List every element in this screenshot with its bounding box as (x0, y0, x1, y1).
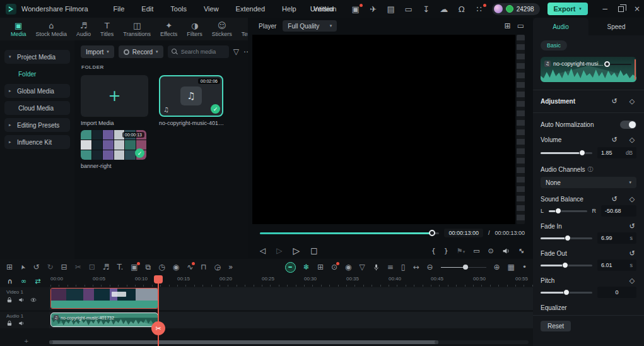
audio-clip[interactable]: ♫ no-copyright-music-401732 (50, 313, 158, 327)
sidebar-item-influence-kit[interactable]: ▸ Influence Kit (4, 135, 70, 149)
restore-button[interactable] (618, 6, 624, 12)
fade-in-slider[interactable] (541, 234, 592, 242)
fade-out-slider[interactable] (541, 261, 592, 269)
task-list-icon[interactable]: ▤ (386, 5, 396, 13)
previous-frame-button[interactable]: ◁ (260, 247, 266, 254)
menu-file[interactable]: File (114, 5, 125, 13)
music-clip-tile[interactable]: 00:02:06 ♫ ♫ ✓ (159, 75, 223, 117)
menu-extended[interactable]: Extended (236, 5, 265, 13)
avatar[interactable] (494, 4, 503, 13)
keyframe-volume-icon[interactable]: ◇ (628, 136, 636, 143)
gift-icon[interactable]: ▣ (351, 5, 361, 13)
touchbar-icon[interactable]: ▭ (404, 5, 414, 13)
volume-value-box[interactable]: 1.85 dB (597, 147, 636, 158)
reset-volume-icon[interactable]: ↺ (610, 136, 619, 143)
clip-fade-handle[interactable] (635, 59, 636, 80)
basic-filter-chip[interactable]: Basic (541, 40, 567, 51)
add-camera-icon[interactable]: ⊙ (331, 263, 337, 271)
add-clip-icon[interactable]: ⊞ (317, 263, 324, 271)
menu-version[interactable]: Version (313, 5, 337, 13)
reset-button[interactable]: Reset (541, 321, 571, 331)
play-preview-icon[interactable]: ◉ (345, 263, 351, 271)
color-tool-icon[interactable]: ◉ (173, 263, 179, 271)
promote-icon[interactable]: ✈ (368, 5, 378, 13)
tab-effects[interactable]: ✦ Effects (157, 20, 180, 39)
import-button[interactable]: Import ▾ (81, 45, 114, 58)
marker-flag-button[interactable]: ⚑▾ (457, 247, 465, 254)
tab-audio[interactable]: ♬ Audio (73, 20, 94, 39)
minimize-button[interactable]: − (602, 5, 608, 13)
audio-track-lane[interactable]: ♫ no-copyright-music-401732 (49, 312, 533, 328)
reset-fade-in-icon[interactable]: ↺ (628, 223, 636, 230)
fast-play-button[interactable]: ▷ (276, 247, 282, 254)
text-tool-icon[interactable]: T. (117, 263, 124, 271)
lock-track-icon[interactable] (6, 297, 13, 303)
filmstrip-scrollbar[interactable] (517, 35, 525, 224)
filter-icon[interactable]: ▽ (233, 48, 239, 56)
beat-detection-icon[interactable]: ♬ (103, 263, 110, 271)
mute-track-icon[interactable] (18, 297, 25, 303)
scopes-icon[interactable]: ▭ (517, 22, 524, 30)
shield-icon[interactable]: ▽ (359, 263, 365, 271)
fade-out-value-box[interactable]: 6.01 s (597, 260, 636, 271)
tab-stickers[interactable]: ☺ Stickers (209, 20, 235, 39)
cloud-upload-icon[interactable]: ☁ (439, 5, 449, 13)
tab-filters[interactable]: ◑ Filters (184, 20, 206, 39)
timeline-zoom-slider[interactable] (441, 264, 486, 270)
video-clip[interactable] (50, 288, 158, 309)
media-browser-icon[interactable]: ⊞ (6, 263, 13, 271)
pitch-slider[interactable] (541, 289, 592, 296)
audio-stretch-icon[interactable]: ∿ (187, 263, 193, 271)
ai-portrait-icon[interactable]: ❄ (303, 263, 310, 271)
quality-dropdown[interactable]: Full Quality ▾ (283, 20, 337, 32)
menu-edit[interactable]: Edit (141, 5, 153, 13)
keyframe-pitch-icon[interactable]: ◇ (628, 277, 636, 284)
subtitle-icon[interactable]: ≡ (387, 263, 394, 271)
lock-track-icon[interactable] (6, 320, 13, 326)
account-coins[interactable]: 24298 (492, 3, 540, 15)
sidebar-item-project-media[interactable]: ▾ Project Media (4, 50, 70, 64)
hide-track-icon[interactable] (30, 297, 37, 303)
playhead-line[interactable] (158, 275, 159, 346)
split-at-playhead-button[interactable]: ✂ (151, 321, 165, 335)
video-track-lane[interactable] (49, 287, 533, 310)
timeline-scrollbar-thumb[interactable] (49, 340, 438, 344)
fullscreen-button[interactable]: ↔ (517, 246, 525, 255)
multiview-icon[interactable]: ⊞ (505, 22, 511, 30)
crop-icon[interactable]: ⊡ (89, 263, 95, 271)
search-input[interactable] (181, 49, 225, 55)
save-icon[interactable]: ↧ (421, 5, 431, 13)
media-search[interactable] (168, 45, 229, 58)
device-preview-icon[interactable]: ▯ (401, 263, 406, 271)
tab-media[interactable]: ▣ Media (8, 20, 30, 39)
pitch-value-box[interactable]: 0 (597, 287, 636, 298)
speed-tool-icon[interactable]: ◷ (158, 263, 165, 271)
balance-slider[interactable] (549, 207, 587, 215)
import-media-tile[interactable]: + (81, 75, 148, 117)
support-icon[interactable]: Ω (457, 5, 467, 13)
seek-knob[interactable] (429, 230, 435, 236)
more-tools-icon[interactable]: » (228, 263, 233, 271)
banner-right-tile[interactable]: 00:00:13 ✓ (81, 130, 146, 160)
sidebar-item-editing-presets[interactable]: ▸ Editing Presets (4, 118, 70, 132)
preview-quality-icon[interactable] (285, 262, 296, 273)
reset-fade-out-icon[interactable]: ↺ (628, 250, 636, 257)
record-button[interactable]: Record ▾ (119, 45, 163, 58)
mark-out-button[interactable]: } (444, 248, 448, 254)
redo-icon[interactable]: ↻ (47, 263, 54, 271)
volume-slider[interactable] (541, 149, 592, 157)
add-marker-icon[interactable]: + (24, 338, 29, 344)
close-button[interactable]: × (634, 5, 640, 13)
menu-help[interactable]: Help (282, 5, 296, 13)
sidebar-item-cloud-media[interactable]: Cloud Media (4, 101, 70, 115)
select-tool-icon[interactable]: ➤ (19, 263, 26, 270)
apps-grid-icon[interactable]: ∷ (474, 5, 484, 13)
render-preview-icon[interactable]: ◶ (214, 263, 221, 271)
delete-icon[interactable]: ⊟ (61, 263, 67, 271)
reset-adjustment-icon[interactable]: ↺ (610, 98, 619, 105)
fade-in-value-box[interactable]: 6.99 s (597, 232, 636, 244)
audio-clip-preview[interactable]: ♫ no-copyright-musi... (541, 57, 636, 82)
zoom-in-icon[interactable]: ⊕ (494, 263, 500, 271)
track-height-icon[interactable]: ▦ (508, 263, 515, 271)
display-device-button[interactable]: ▭ (473, 248, 479, 254)
